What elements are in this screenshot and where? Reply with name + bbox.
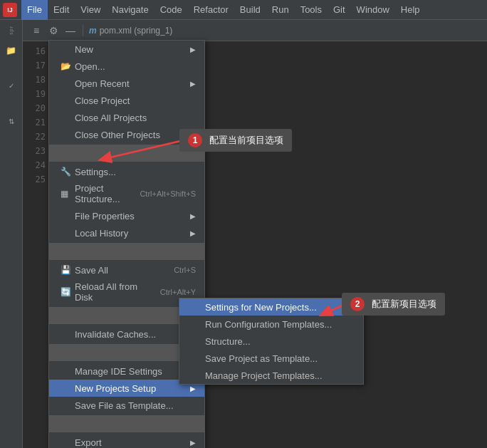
menu-entry-export[interactable]: Export ▶ [49,434,204,448]
sidebar-icon-commit[interactable]: ✓ [1,76,21,96]
menu-item-file[interactable]: File [21,0,48,20]
main-layout: spr 📁 ✓ ⇅ ≡ ⚙ — m pom.xml (spring_1) 16 … [0,20,487,448]
menu-item-build[interactable]: Build [234,0,266,20]
menu-item-edit[interactable]: Edit [48,0,75,20]
arrow-icon-recent: ▶ [190,80,196,88]
arrow-icon-fp: ▶ [190,212,196,220]
menu-entry-open[interactable]: 📂 Open... [49,58,204,75]
menu-entry-close-project[interactable]: Close Project [49,92,204,109]
menu-item-tools[interactable]: Tools [295,0,328,20]
separator-5 [49,415,204,432]
submenu-entry-save-project-template[interactable]: Save Project as Template... [179,350,363,367]
menu-entry-open-recent[interactable]: Open Recent ▶ [49,75,204,92]
menu-entry-close-all[interactable]: Close All Projects [49,109,204,126]
content-area: ≡ ⚙ — m pom.xml (spring_1) 16 <depen 17 … [23,20,487,448]
tab-file-label: m [86,26,100,36]
menu-item-git[interactable]: Git [328,0,351,20]
menu-item-run[interactable]: Run [266,0,295,20]
submenu-entry-structure[interactable]: Structure... [179,333,363,350]
menu-item-window[interactable]: Window [351,0,395,20]
toolbar: ≡ ⚙ — m pom.xml (spring_1) [23,20,487,41]
menu-entry-settings[interactable]: 🔧 Settings... [49,163,204,180]
separator-2 [49,243,204,260]
left-sidebar: spr 📁 ✓ ⇅ [0,20,23,448]
reload-icon: 🔄 [61,287,75,297]
save-icon: 💾 [61,265,75,275]
menu-bar: IJ File Edit View Navigate Code Refactor… [0,0,487,20]
toolbar-icon-gear[interactable]: ⚙ [46,23,61,38]
submenu-entry-run-config-templates[interactable]: Run Configuration Templates... [179,316,363,333]
toolbar-icon-minus[interactable]: — [63,23,78,38]
file-menu[interactable]: New ▶ 📂 Open... Open Recent ▶ Close Proj… [48,40,205,448]
arrow-icon: ▶ [190,46,196,53]
sidebar-icon-pull-requests[interactable]: ⇅ [1,112,21,132]
menu-entry-new[interactable]: New ▶ [49,41,204,58]
sidebar-label-project: spr [9,26,14,35]
menu-entry-save-all[interactable]: 💾 Save All Ctrl+S [49,261,204,278]
submenu-entry-manage-project-templates[interactable]: Manage Project Templates... [179,367,363,384]
menu-item-help[interactable]: Help [395,0,426,20]
menu-entry-save-file-template[interactable]: Save File as Template... [49,397,204,414]
menu-entry-project-structure[interactable]: ▦ Project Structure... Ctrl+Alt+Shift+S [49,180,204,207]
arrow-icon-lh: ▶ [190,229,196,237]
tab-file-name: pom.xml (spring_1) [100,26,173,36]
menu-entry-close-other[interactable]: Close Other Projects [49,126,204,143]
menu-entry-file-properties[interactable]: File Properties ▶ [49,207,204,224]
menu-item-navigate[interactable]: Navigate [106,0,154,20]
new-projects-submenu[interactable]: Settings for New Projects... Run Configu… [179,298,364,385]
menu-item-code[interactable]: Code [155,0,188,20]
sidebar-icon-project[interactable]: 📁 [1,41,21,61]
menu-item-refactor[interactable]: Refactor [188,0,234,20]
structure-icon: ▦ [61,189,75,199]
menu-entry-local-history[interactable]: Local History ▶ [49,224,204,241]
arrow-icon-nps: ▶ [190,385,196,392]
submenu-entry-settings-for-new[interactable]: Settings for New Projects... [179,298,363,316]
separator-1 [49,145,204,162]
settings-icon: 🔧 [61,167,75,177]
toolbar-separator [83,25,83,36]
arrow-icon-export: ▶ [190,439,196,447]
folder-icon: 📂 [61,61,75,71]
menu-item-view[interactable]: View [75,0,106,20]
app-icon: IJ [3,3,17,17]
toolbar-icon-list[interactable]: ≡ [28,23,44,38]
